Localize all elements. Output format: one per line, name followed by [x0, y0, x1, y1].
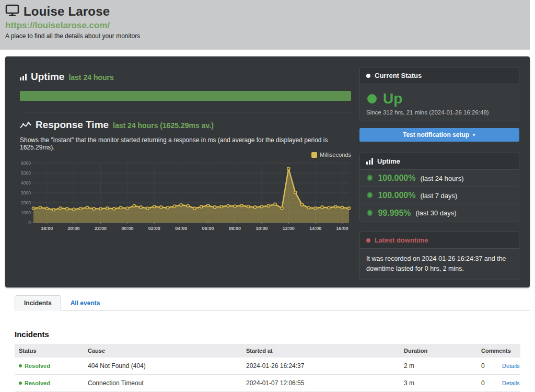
bar-chart-icon	[366, 158, 373, 165]
uptime-percentage: 100.000%	[378, 174, 415, 183]
page-title: Louise Larose	[24, 4, 110, 19]
bar-chart-icon	[20, 74, 27, 80]
svg-text:22:00: 22:00	[95, 226, 107, 231]
incident-comments: 0	[477, 358, 498, 375]
uptime-stat-row: ✺ 99.995% (last 30 days)	[360, 204, 519, 222]
uptime-stats-title: Uptime	[377, 157, 400, 165]
response-time-chart: Milliseconds 18:0020:0022:0000:0002:0004…	[18, 151, 354, 238]
current-status-title: Current Status	[375, 72, 422, 79]
status-since-text: Since 312 hrs, 21 mins (2024-01-26 16:26…	[366, 109, 513, 116]
uptime-stat-row: ✺ 100.000% (last 7 days)	[360, 187, 519, 204]
uptime-period: (last 7 days)	[420, 192, 457, 200]
col-comments: Comments	[477, 344, 498, 358]
svg-text:08:00: 08:00	[229, 226, 241, 231]
incidents-table: Status Cause Started at Duration Comment…	[15, 344, 520, 392]
svg-text:10:00: 10:00	[255, 226, 268, 231]
svg-text:18:00: 18:00	[41, 226, 53, 231]
chart-legend: Milliseconds	[18, 151, 354, 159]
response-time-title: Response Time	[36, 119, 109, 131]
col-cause: Cause	[84, 344, 242, 358]
col-started-at: Started at	[242, 344, 400, 358]
latest-downtime-header: Latest downtime	[360, 232, 519, 249]
up-donut-icon	[367, 94, 377, 103]
test-notification-label: Test notification setup	[403, 131, 469, 139]
latest-downtime-box: Latest downtime It was recorded on 2024-…	[359, 232, 519, 280]
svg-text:16:00: 16:00	[336, 226, 348, 231]
svg-text:5000: 5000	[21, 170, 31, 176]
uptime-period: (last 24 hours)	[420, 175, 463, 182]
tab-bar: Incidents All events	[15, 295, 530, 311]
test-notification-button[interactable]: Test notification setup ▼	[359, 128, 519, 142]
svg-text:14:00: 14:00	[309, 226, 321, 231]
svg-text:0: 0	[28, 220, 31, 225]
uptime-percentage: 99.995%	[378, 209, 411, 218]
svg-text:1000: 1000	[21, 210, 31, 215]
response-time-subtitle: last 24 hours (1625.29ms av.)	[113, 121, 214, 130]
incident-started-at: 2024-01-07 12:06:55	[242, 375, 400, 392]
uptime-period: (last 30 days)	[416, 209, 457, 217]
incident-cause: Connection Timeout	[84, 375, 242, 392]
incident-started-at: 2024-01-26 16:24:37	[242, 358, 400, 375]
uptime-badge-icon: ✺	[366, 191, 373, 200]
status-badge: Resolved	[25, 363, 50, 369]
incident-cause: 404 Not Found (404)	[84, 358, 242, 375]
details-link[interactable]: Details	[502, 363, 520, 369]
legend-label: Milliseconds	[320, 152, 351, 158]
svg-text:12:00: 12:00	[283, 226, 295, 231]
panel-divider	[20, 112, 351, 112]
uptime-stat-row: ✺ 100.000% (last 24 hours)	[360, 170, 519, 187]
site-header: Louise Larose https://louiselarose.com/ …	[0, 0, 530, 50]
monitored-url-link[interactable]: https://louiselarose.com/	[5, 20, 530, 31]
activity-line-icon	[20, 121, 31, 130]
col-duration: Duration	[400, 344, 477, 358]
svg-text:06:00: 06:00	[202, 226, 214, 231]
response-time-description: Shows the "instant" that the monitor sta…	[20, 136, 354, 151]
uptime-stats-box: Uptime ✺ 100.000% (last 24 hours) ✺ 100.…	[359, 153, 519, 222]
status-sidebar: Current Status Up Since 312 hrs, 21 mins…	[359, 67, 519, 280]
incident-duration: 3 m	[400, 375, 477, 392]
tab-incidents[interactable]: Incidents	[15, 295, 61, 311]
latest-downtime-title: Latest downtime	[375, 236, 428, 244]
svg-text:6000: 6000	[21, 160, 31, 166]
uptime-percentage: 100.000%	[378, 191, 415, 200]
caret-down-icon: ▼	[472, 133, 476, 137]
current-status-header: Current Status	[360, 67, 519, 84]
resolved-donut-icon	[19, 364, 22, 367]
uptime-badge-icon: ✺	[366, 174, 373, 182]
svg-text:20:00: 20:00	[68, 226, 80, 231]
svg-text:00:00: 00:00	[121, 226, 133, 231]
site-tagline: A place to find all the details about yo…	[5, 32, 530, 40]
svg-text:04:00: 04:00	[175, 226, 187, 231]
downtime-donut-icon	[366, 238, 370, 243]
incident-comments: 0	[477, 375, 498, 392]
latest-downtime-text: It was recorded on 2024-01-26 16:24:37 a…	[366, 254, 513, 274]
incident-duration: 2 m	[400, 358, 477, 375]
svg-text:02:00: 02:00	[148, 226, 160, 231]
svg-text:4000: 4000	[21, 180, 31, 186]
details-link[interactable]: Details	[502, 380, 520, 386]
brand-row: Louise Larose	[5, 4, 530, 19]
monitor-icon	[5, 4, 19, 19]
table-header-row: Status Cause Started at Duration Comment…	[15, 344, 520, 358]
status-badge: Resolved	[25, 380, 50, 386]
uptime-title: Uptime	[31, 71, 64, 83]
svg-text:2000: 2000	[21, 200, 31, 205]
uptime-stats-header: Uptime	[360, 153, 519, 170]
table-row: Resolved 404 Not Found (404) 2024-01-26 …	[15, 358, 520, 375]
status-donut-icon	[366, 74, 370, 78]
tab-all-events[interactable]: All events	[61, 295, 110, 311]
uptime-progress-bar	[20, 91, 351, 101]
resolved-donut-icon	[19, 382, 22, 385]
current-status-box: Current Status Up Since 312 hrs, 21 mins…	[359, 67, 519, 121]
incidents-heading: Incidents	[15, 330, 49, 339]
status-value: Up	[383, 90, 402, 107]
col-status: Status	[15, 344, 84, 358]
uptime-badge-icon: ✺	[366, 209, 373, 217]
uptime-subtitle: last 24 hours	[68, 73, 113, 82]
response-section-header: Response Time last 24 hours (1625.29ms a…	[20, 119, 214, 131]
svg-text:3000: 3000	[21, 190, 31, 195]
legend-swatch	[311, 152, 317, 158]
chart-plot-area: 18:0020:0022:0000:0002:0004:0006:0008:00…	[18, 159, 354, 238]
monitor-panel: Uptime last 24 hours Response Time last …	[5, 56, 530, 287]
uptime-section-header: Uptime last 24 hours	[20, 71, 114, 83]
